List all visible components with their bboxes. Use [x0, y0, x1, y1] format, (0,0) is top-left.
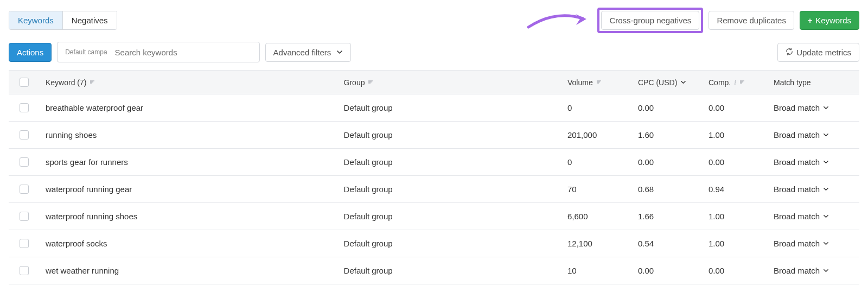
cpc-text: 0.00	[638, 266, 654, 275]
keywords-table: Keyword (7) Group Volume CPC (USD) Comp.	[9, 70, 859, 284]
table-row: waterproof running shoesDefault group6,6…	[9, 203, 859, 230]
remove-duplicates-button[interactable]: Remove duplicates	[709, 11, 794, 30]
match-type-label: Broad match	[774, 103, 820, 112]
keyword-text: waterproof running gear	[46, 185, 132, 194]
match-type-label: Broad match	[774, 157, 820, 167]
table-header: Keyword (7) Group Volume CPC (USD) Comp.	[9, 71, 859, 94]
col-comp[interactable]: Comp. i	[702, 73, 767, 92]
match-type-select[interactable]: Broad match	[774, 157, 829, 167]
volume-text: 201,000	[567, 130, 597, 140]
table-row: breathable waterproof gearDefault group0…	[9, 94, 859, 122]
row-checkbox[interactable]	[20, 103, 29, 112]
match-type-label: Broad match	[774, 239, 820, 248]
update-metrics-label: Update metrics	[796, 48, 851, 57]
row-checkbox[interactable]	[20, 157, 29, 167]
add-keywords-button[interactable]: + Keywords	[800, 11, 859, 30]
group-text: Default group	[344, 157, 393, 167]
chevron-down-icon	[680, 78, 686, 87]
chevron-down-icon	[823, 103, 829, 112]
row-checkbox[interactable]	[20, 212, 29, 221]
search-input[interactable]	[113, 43, 259, 61]
table-row: sports gear for runnersDefault group00.0…	[9, 149, 859, 176]
chevron-down-icon	[823, 212, 829, 221]
volume-text: 10	[567, 266, 577, 275]
col-group[interactable]: Group	[337, 73, 561, 92]
group-text: Default group	[344, 185, 393, 194]
col-volume[interactable]: Volume	[561, 73, 631, 92]
cpc-text: 0.54	[638, 239, 654, 248]
table-row: running shoesDefault group201,0001.601.0…	[9, 122, 859, 149]
row-checkbox[interactable]	[20, 185, 29, 194]
tab-group: Keywords Negatives	[9, 11, 117, 30]
top-right-buttons: Cross-group negatives Remove duplicates …	[597, 8, 859, 33]
advanced-filters-label: Advanced filters	[273, 48, 331, 57]
tab-keywords[interactable]: Keywords	[9, 11, 62, 29]
row-checkbox[interactable]	[20, 239, 29, 248]
match-type-label: Broad match	[774, 130, 820, 140]
match-type-select[interactable]: Broad match	[774, 266, 829, 275]
cpc-text: 0.00	[638, 103, 654, 112]
annotation-arrow	[526, 11, 591, 35]
add-keywords-label: Keywords	[815, 16, 851, 25]
table-row: waterproof running gearDefault group700.…	[9, 176, 859, 203]
volume-text: 0	[567, 157, 572, 167]
col-match-label: Match type	[774, 78, 810, 87]
tab-negatives[interactable]: Negatives	[62, 11, 117, 29]
comp-text: 1.00	[709, 212, 724, 221]
match-type-label: Broad match	[774, 266, 820, 275]
cpc-text: 0.00	[638, 157, 654, 167]
keyword-text: waterproof socks	[46, 239, 107, 248]
comp-text: 0.00	[709, 103, 724, 112]
chevron-down-icon	[336, 48, 343, 57]
chevron-down-icon	[823, 130, 829, 140]
sort-icon	[368, 79, 373, 86]
match-type-label: Broad match	[774, 212, 820, 221]
sort-icon	[596, 79, 602, 86]
col-match[interactable]: Match type	[767, 73, 859, 92]
col-keyword[interactable]: Keyword (7)	[39, 73, 337, 92]
refresh-icon	[786, 48, 793, 57]
actions-button[interactable]: Actions	[9, 43, 52, 62]
match-type-select[interactable]: Broad match	[774, 212, 829, 221]
chevron-down-icon	[823, 157, 829, 167]
col-cpc-label: CPC (USD)	[638, 78, 677, 87]
top-bar: Keywords Negatives Cross-group negatives…	[9, 8, 859, 33]
table-row: waterproof socksDefault group12,1000.541…	[9, 230, 859, 257]
search-wrap: Default campa	[57, 42, 259, 62]
toolbar: Actions Default campa Advanced filters U…	[9, 42, 859, 62]
volume-text: 0	[567, 103, 572, 112]
match-type-select[interactable]: Broad match	[774, 103, 829, 112]
table-row: wet weather runningDefault group100.000.…	[9, 257, 859, 284]
update-metrics-button[interactable]: Update metrics	[777, 43, 859, 62]
match-type-label: Broad match	[774, 185, 820, 194]
volume-text: 12,100	[567, 239, 592, 248]
group-text: Default group	[344, 212, 393, 221]
chevron-down-icon	[823, 185, 829, 194]
match-type-select[interactable]: Broad match	[774, 130, 829, 140]
comp-text: 1.00	[709, 130, 724, 140]
row-checkbox[interactable]	[20, 266, 29, 275]
group-text: Default group	[344, 103, 393, 112]
sort-icon	[90, 79, 95, 86]
match-type-select[interactable]: Broad match	[774, 185, 829, 194]
col-volume-label: Volume	[567, 78, 593, 87]
col-group-label: Group	[344, 78, 365, 87]
highlight-cross-group: Cross-group negatives	[597, 8, 703, 33]
group-text: Default group	[344, 266, 393, 275]
keyword-text: waterproof running shoes	[46, 212, 137, 221]
sort-icon	[739, 79, 745, 86]
comp-text: 0.00	[709, 266, 724, 275]
volume-text: 70	[567, 185, 577, 194]
group-text: Default group	[344, 239, 393, 248]
cpc-text: 1.60	[638, 130, 654, 140]
info-icon: i	[734, 78, 736, 87]
advanced-filters-button[interactable]: Advanced filters	[265, 43, 352, 62]
match-type-select[interactable]: Broad match	[774, 239, 829, 248]
row-checkbox[interactable]	[20, 130, 29, 140]
col-cpc[interactable]: CPC (USD)	[631, 73, 702, 92]
campaign-badge[interactable]: Default campa	[63, 47, 109, 57]
cpc-text: 1.66	[638, 212, 654, 221]
select-all-checkbox[interactable]	[20, 78, 29, 87]
cross-group-negatives-button[interactable]: Cross-group negatives	[601, 11, 699, 30]
keyword-text: running shoes	[46, 130, 97, 140]
